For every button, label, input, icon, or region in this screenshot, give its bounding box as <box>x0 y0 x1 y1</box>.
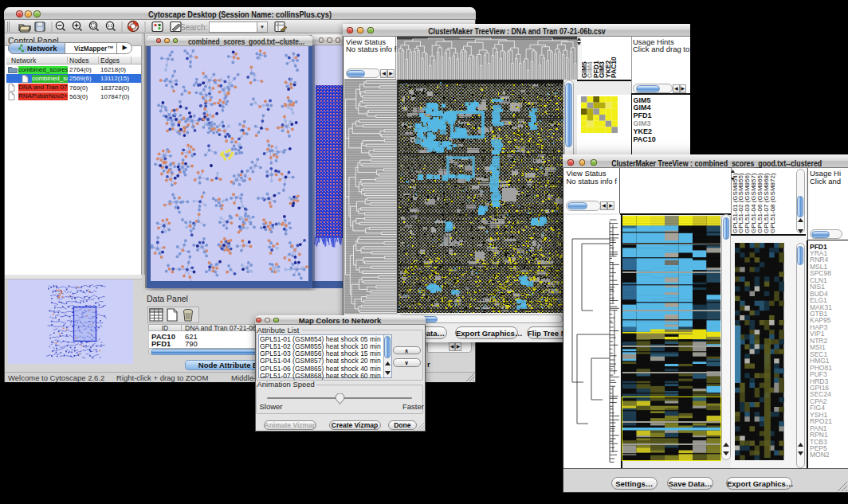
svg-text:PAC10: PAC10 <box>610 56 618 77</box>
svg-text:1:1: 1:1 <box>108 24 113 28</box>
svg-text:GPL51-08 (GSM872): GPL51-08 (GSM872) <box>768 173 775 233</box>
